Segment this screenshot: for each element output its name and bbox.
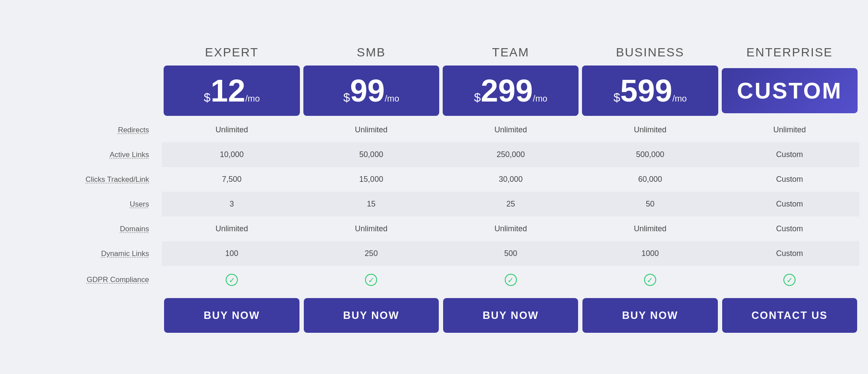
price-period-smb: /mo	[385, 94, 399, 104]
price-dollar-expert: $	[204, 92, 211, 104]
feature-value-active_links-expert: 10,000	[162, 142, 301, 167]
price-number-smb: 99	[350, 75, 385, 106]
cta-cell-enterprise: CONTACT US	[720, 294, 859, 337]
price-cell-enterprise: CUSTOM	[722, 68, 858, 113]
feature-value-domains-business: Unlimited	[580, 217, 720, 241]
feature-label-active_links: Active Links	[9, 142, 162, 167]
cta-cell-team: BUY NOW	[441, 294, 580, 337]
empty-label-cell	[9, 37, 162, 64]
feature-value-domains-team: Unlimited	[441, 217, 580, 241]
feature-value-dynamic_links-smb: 250	[302, 241, 441, 266]
cta-button-enterprise[interactable]: CONTACT US	[722, 298, 857, 333]
feature-label-dynamic_links: Dynamic Links	[9, 241, 162, 266]
feature-value-domains-expert: Unlimited	[162, 217, 301, 241]
feature-value-redirects-business: Unlimited	[580, 118, 720, 142]
price-dollar-business: $	[613, 92, 620, 104]
check-icon-expert: ✓	[226, 274, 238, 286]
feature-value-active_links-business: 500,000	[580, 142, 720, 167]
feature-value-gdpr-smb: ✓	[302, 266, 441, 294]
feature-value-dynamic_links-enterprise: Custom	[720, 241, 859, 266]
feature-value-clicks_tracked-business: 60,000	[580, 167, 720, 192]
feature-label-gdpr: GDPR Compliance	[9, 266, 162, 294]
price-number-expert: 12	[210, 75, 245, 106]
plan-name-business: BUSINESS	[580, 37, 720, 64]
feature-value-gdpr-expert: ✓	[162, 266, 301, 294]
cta-row-empty	[9, 294, 162, 337]
feature-value-gdpr-team: ✓	[441, 266, 580, 294]
feature-value-gdpr-enterprise: ✓	[720, 266, 859, 294]
plan-name-smb: SMB	[302, 37, 441, 64]
price-row-empty	[9, 64, 162, 118]
check-icon-business: ✓	[644, 274, 656, 286]
feature-value-redirects-expert: Unlimited	[162, 118, 301, 142]
plan-name-team: TEAM	[441, 37, 580, 64]
plan-name-expert: EXPERT	[162, 37, 301, 64]
price-number-business: 599	[620, 75, 672, 106]
check-icon-enterprise: ✓	[783, 274, 796, 286]
feature-value-users-smb: 15	[302, 192, 441, 217]
feature-value-users-enterprise: Custom	[720, 192, 859, 217]
pricing-table: EXPERTSMBTEAMBUSINESSENTERPRISE $ 12 /mo…	[9, 37, 859, 337]
feature-value-redirects-smb: Unlimited	[302, 118, 441, 142]
plan-name-enterprise: ENTERPRISE	[720, 37, 859, 64]
price-cell-team: $ 299 /mo	[443, 66, 579, 116]
feature-value-active_links-team: 250,000	[441, 142, 580, 167]
feature-value-active_links-enterprise: Custom	[720, 142, 859, 167]
feature-value-clicks_tracked-smb: 15,000	[302, 167, 441, 192]
feature-label-domains: Domains	[9, 217, 162, 241]
feature-value-redirects-team: Unlimited	[441, 118, 580, 142]
feature-value-clicks_tracked-team: 30,000	[441, 167, 580, 192]
price-dollar-smb: $	[343, 92, 350, 104]
feature-value-domains-smb: Unlimited	[302, 217, 441, 241]
cta-button-smb[interactable]: BUY NOW	[304, 298, 439, 333]
cta-button-team[interactable]: BUY NOW	[443, 298, 578, 333]
check-icon-smb: ✓	[365, 274, 377, 286]
price-cell-expert: $ 12 /mo	[164, 66, 299, 116]
cta-cell-business: BUY NOW	[580, 294, 720, 337]
feature-value-users-business: 50	[580, 192, 720, 217]
feature-value-clicks_tracked-enterprise: Custom	[720, 167, 859, 192]
price-period-expert: /mo	[245, 94, 260, 104]
price-dollar-team: $	[474, 92, 481, 104]
cta-button-expert[interactable]: BUY NOW	[164, 298, 299, 333]
price-cell-business: $ 599 /mo	[582, 66, 718, 116]
feature-label-clicks_tracked: Clicks Tracked/Link	[9, 167, 162, 192]
price-custom-label: CUSTOM	[737, 78, 842, 103]
price-period-team: /mo	[533, 94, 547, 104]
cta-cell-smb: BUY NOW	[302, 294, 441, 337]
price-cell-smb: $ 99 /mo	[303, 66, 439, 116]
feature-label-users: Users	[9, 192, 162, 217]
feature-value-gdpr-business: ✓	[580, 266, 720, 294]
feature-value-active_links-smb: 50,000	[302, 142, 441, 167]
feature-value-dynamic_links-business: 1000	[580, 241, 720, 266]
feature-value-domains-enterprise: Custom	[720, 217, 859, 241]
feature-value-dynamic_links-expert: 100	[162, 241, 301, 266]
feature-value-dynamic_links-team: 500	[441, 241, 580, 266]
feature-value-users-expert: 3	[162, 192, 301, 217]
feature-value-users-team: 25	[441, 192, 580, 217]
feature-value-clicks_tracked-expert: 7,500	[162, 167, 301, 192]
cta-button-business[interactable]: BUY NOW	[582, 298, 717, 333]
check-icon-team: ✓	[505, 274, 517, 286]
cta-cell-expert: BUY NOW	[162, 294, 301, 337]
price-period-business: /mo	[672, 94, 687, 104]
feature-value-redirects-enterprise: Unlimited	[720, 118, 859, 142]
price-number-team: 299	[481, 75, 533, 106]
feature-label-redirects: Redirects	[9, 118, 162, 142]
